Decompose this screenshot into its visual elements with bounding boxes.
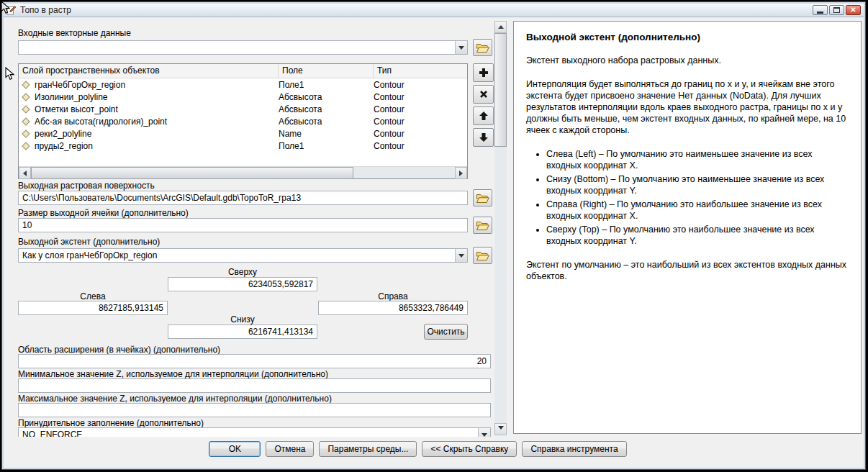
column-header-layer: Слой пространственных объектов [19,64,279,78]
remove-layer-button[interactable] [473,85,494,104]
tool-help-button[interactable]: Справка инструмента [522,441,626,457]
layer-type: Contour [374,141,467,151]
extent-bottom-label: Снизу [168,314,317,324]
output-extent-dropdown-button[interactable] [455,249,467,262]
feature-layer-icon [22,142,30,150]
output-extent-value[interactable]: Как у слоя гранЧебГорОкр_region [22,250,157,260]
horizontal-scrollbar-thumb[interactable] [31,167,353,179]
max-z-input[interactable] [18,403,491,417]
column-header-field: Поле [279,64,374,78]
scroll-right-button[interactable] [455,167,467,179]
help-footer: Экстент по умолчанию – это наибольший из… [526,259,848,282]
table-row[interactable]: Изолинии_polyline Абсвысота Contour [19,91,467,103]
triangle-left-icon [20,171,27,176]
cancel-button[interactable]: Отмена [266,441,314,457]
enforce-value[interactable]: NO_ENFORCE [22,430,82,437]
help-bullet-list: Слева (Left) – По умолчанию это наименьш… [535,148,848,247]
close-button[interactable]: ✕ [846,5,861,15]
clear-extent-button[interactable]: Очистить [424,324,468,340]
scroll-up-button[interactable] [494,21,507,33]
output-extent-label: Выходной экстент (дополнительно) [18,237,160,247]
output-extent-browse-button[interactable] [473,247,492,264]
extent-left-input[interactable] [18,301,168,315]
min-z-input[interactable] [18,378,491,393]
output-surface-browse-button[interactable] [473,189,492,206]
input-vector-combobox[interactable] [18,40,468,55]
cell-size-input[interactable] [18,218,468,232]
layer-name: пруды2_region [35,141,93,151]
window-title: Топо в растр [20,5,71,15]
enforce-dropdown-button[interactable] [478,428,490,437]
table-row[interactable]: Абс-ая высота(гидрология)_point Абсвысот… [19,115,467,127]
environments-button[interactable]: Параметры среды... [319,441,417,457]
help-bullet: Снизу (Bottom) – По умолчанию это наимен… [546,173,848,196]
vertical-scrollbar-thumb[interactable] [494,33,507,147]
arrow-down-icon [479,132,489,142]
plus-icon [479,68,489,78]
layer-field: Абсвысота [279,117,374,127]
ok-button[interactable]: OK [209,441,261,457]
help-title: Выходной экстент (дополнительно) [526,32,848,43]
table-row[interactable]: Отметки высот_point Абсвысота Contour [19,103,467,115]
move-up-button[interactable] [473,106,494,125]
feature-layer-icon [22,117,30,125]
arrow-up-icon [479,111,489,121]
extent-top-label: Сверху [168,267,317,277]
triangle-up-icon [498,22,504,29]
output-surface-label: Выходная растровая поверхность [18,181,155,191]
layer-name: гранЧебГорОкр_region [35,80,125,90]
titlebar[interactable]: Топо в растр ✕ [4,4,864,17]
maximize-icon [833,7,840,13]
table-row[interactable]: реки2_polyline Name Contour [19,127,467,140]
layer-field: Поле1 [279,80,374,90]
column-header-type: Тип [374,64,467,78]
layer-field: Поле1 [279,141,374,151]
horizontal-scrollbar-track [353,167,455,178]
dialog-buttons: OK Отмена Параметры среды... << Скрыть С… [0,441,849,460]
output-surface-input[interactable] [18,191,468,205]
layer-type: Contour [374,117,467,127]
feature-layer-icon [22,105,30,113]
extent-right-input[interactable] [318,301,468,315]
maximize-button[interactable] [829,5,844,15]
hide-help-button[interactable]: << Скрыть Справку [422,441,517,457]
mouse-cursor [1,1,10,15]
scroll-down-button[interactable] [494,423,507,435]
parameters-panel: Входные векторные данные Слой пространст… [8,19,507,437]
layer-type: Contour [374,129,467,139]
table-row[interactable]: гранЧебГорОкр_region Поле1 Contour [19,78,467,91]
enforce-combobox[interactable]: NO_ENFORCE [18,427,491,437]
layer-name: Абс-ая высота(гидрология)_point [35,117,167,127]
table-row[interactable]: пруды2_region Поле1 Contour [19,140,467,152]
chevron-down-icon [458,46,464,53]
layer-type: Contour [374,80,467,90]
layer-name: Отметки высот_point [35,104,118,114]
help-intro: Экстент выходного набора растровых данны… [526,55,848,66]
extent-top-input[interactable] [168,277,317,291]
extent-left-label: Слева [18,291,168,301]
margin-input[interactable] [18,354,491,368]
table-horizontal-scrollbar [19,166,467,178]
topo-to-raster-dialog: Топо в растр ✕ Входные векторные данные … [1,1,866,470]
vertical-scrollbar-track [494,147,507,423]
help-bullet: Слева (Left) – По умолчанию это наименьш… [546,148,848,171]
minimize-button[interactable] [813,5,828,15]
min-z-label: Минимальное значение Z, используемое для… [18,369,328,379]
extent-bottom-input[interactable] [168,324,317,339]
cell-size-browse-button[interactable] [473,217,492,234]
margin-label: Область расширения (в ячейках) (дополнит… [18,345,220,355]
layer-field: Name [279,129,374,139]
input-vector-browse-button[interactable] [473,39,492,56]
output-extent-combobox[interactable]: Как у слоя гранЧебГорОкр_region [18,248,468,263]
triangle-right-icon [459,171,466,176]
scroll-left-button[interactable] [19,167,31,179]
layers-table: Слой пространственных объектов Поле Тип … [18,63,468,179]
input-vector-dropdown-button[interactable] [455,41,467,54]
help-bullet: Сверху (Top) – По умолчанию это наибольш… [546,224,848,247]
add-layer-button[interactable] [473,63,494,82]
help-bullet: Справа (Right) – По умолчанию это наибол… [546,199,848,222]
layer-field: Абсвысота [279,92,374,102]
move-down-button[interactable] [473,128,494,147]
layer-type: Contour [374,92,467,102]
layer-type: Contour [374,104,467,114]
